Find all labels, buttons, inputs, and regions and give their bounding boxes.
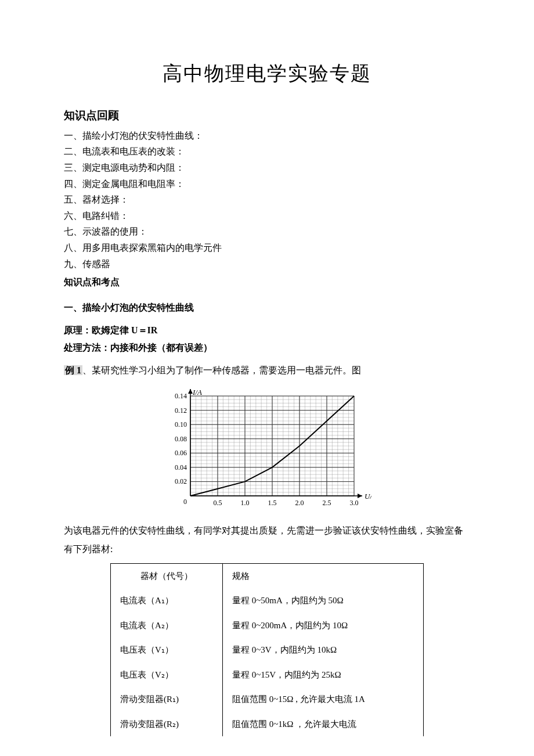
cell: 量程 0~3V，内阻约为 10kΩ — [223, 638, 424, 663]
table-row: 滑动变阻器(R₁)阻值范围 0~15Ω , 允许最大电流 1A — [111, 687, 424, 712]
list-item: 五、器材选择： — [64, 192, 470, 207]
table-row: 电流表（A₁）量程 0~50mA，内阻约为 50Ω — [111, 588, 424, 613]
cell: 电压表（V₂） — [111, 663, 223, 687]
after-chart-text: 为该电器元件的伏安特性曲线，有同学对其提出质疑，先需进一步验证该伏安特性曲线，实… — [64, 521, 470, 559]
svg-text:2.0: 2.0 — [295, 499, 304, 507]
kp-heading: 知识点和考点 — [64, 275, 470, 290]
list-item: 九、传感器 — [64, 257, 470, 272]
table-row: 滑动变阻器(R₂)阻值范围 0~1kΩ ，允许最大电流 — [111, 712, 424, 737]
cell: 阻值范围 0~1kΩ ，允许最大电流 — [223, 712, 424, 737]
cell: 电流表（A₂） — [111, 613, 223, 638]
header-cell: 规格 — [223, 563, 424, 588]
review-list: 一、描绘小灯泡的伏安特性曲线： 二、电流表和电压表的改装： 三、测定电源电动势和… — [64, 128, 470, 271]
cell: 滑动变阻器(R₁) — [111, 687, 223, 712]
review-heading: 知识点回顾 — [64, 107, 470, 124]
svg-text:1.5: 1.5 — [268, 499, 277, 507]
svg-text:0.5: 0.5 — [214, 499, 222, 507]
list-item: 一、描绘小灯泡的伏安特性曲线： — [64, 128, 470, 143]
svg-text:0.06: 0.06 — [175, 449, 187, 457]
principle-line: 原理：欧姆定律 U＝IR — [64, 323, 470, 338]
equipment-table: 器材（代号） 规格 电流表（A₁）量程 0~50mA，内阻约为 50Ω 电流表（… — [110, 563, 424, 737]
example-label: 例 1 — [64, 365, 82, 375]
svg-text:U/V: U/V — [365, 492, 371, 501]
list-item: 七、示波器的使用： — [64, 224, 470, 239]
list-item: 六、电路纠错： — [64, 208, 470, 224]
svg-text:0.14: 0.14 — [175, 392, 187, 400]
list-item: 八、用多用电表探索黑箱内的电学元件 — [64, 240, 470, 255]
table-row: 电流表（A₂）量程 0~200mA，内阻约为 10Ω — [111, 613, 424, 638]
cell: 量程 0~50mA，内阻约为 50Ω — [223, 588, 424, 613]
list-item: 二、电流表和电压表的改装： — [64, 144, 470, 159]
cell: 量程 0~200mA，内阻约为 10Ω — [223, 613, 424, 638]
svg-text:0.04: 0.04 — [175, 463, 187, 471]
example-intro-text: 某研究性学习小组为了制作一种传感器，需要选用一电器元件。图 — [92, 365, 361, 375]
chart-svg: 0.020.040.060.080.100.120.1400.51.01.52.… — [163, 386, 371, 513]
table-row: 电压表（V₁）量程 0~3V，内阻约为 10kΩ — [111, 638, 424, 663]
header-cell: 器材（代号） — [111, 563, 223, 588]
cell: 电流表（A₁） — [111, 588, 223, 613]
table-row: 电压表（V₂）量程 0~15V，内阻约为 25kΩ — [111, 663, 424, 687]
svg-text:2.5: 2.5 — [323, 499, 331, 507]
method-line: 处理方法：内接和外接（都有误差） — [64, 340, 470, 355]
cell: 滑动变阻器(R₂) — [111, 712, 223, 737]
cell: 阻值范围 0~15Ω , 允许最大电流 1A — [223, 687, 424, 712]
section-1-heading: 一、描绘小灯泡的伏安特性曲线 — [64, 300, 470, 315]
svg-text:0.08: 0.08 — [175, 434, 187, 442]
iv-curve-chart: 0.020.040.060.080.100.120.1400.51.01.52.… — [163, 386, 371, 513]
svg-text:I/A: I/A — [192, 388, 202, 397]
list-item: 三、测定电源电动势和内阻： — [64, 160, 470, 175]
svg-text:0.10: 0.10 — [175, 420, 187, 429]
cell: 电压表（V₁） — [111, 638, 223, 663]
list-item: 四、测定金属电阻和电阻率： — [64, 177, 470, 192]
svg-text:0.02: 0.02 — [175, 477, 187, 485]
svg-text:0.12: 0.12 — [175, 406, 187, 414]
svg-marker-76 — [358, 494, 362, 498]
cell: 量程 0~15V，内阻约为 25kΩ — [223, 663, 424, 687]
svg-text:3.0: 3.0 — [350, 499, 359, 507]
svg-marker-78 — [188, 389, 193, 394]
svg-text:0: 0 — [183, 498, 187, 506]
example-sep: 、 — [82, 365, 92, 375]
example-1-intro: 例 1、某研究性学习小组为了制作一种传感器，需要选用一电器元件。图 — [64, 361, 470, 380]
svg-text:1.0: 1.0 — [241, 499, 250, 507]
page-title: 高中物理电学实验专题 — [64, 58, 470, 89]
table-header-row: 器材（代号） 规格 — [111, 563, 424, 588]
